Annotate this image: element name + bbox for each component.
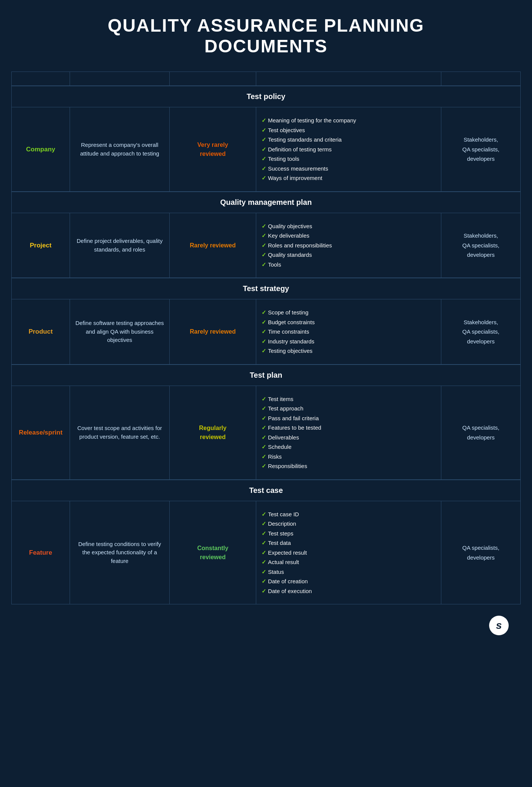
hierarchy-cell: Company bbox=[12, 107, 70, 191]
key-element-item: Tools bbox=[261, 260, 332, 270]
goals-text: Represent a company's overall attitude a… bbox=[75, 141, 164, 158]
hierarchy-cell: Release/sprint bbox=[12, 386, 70, 479]
header-goals bbox=[70, 72, 170, 85]
key-element-item: Test items bbox=[261, 394, 321, 404]
key-element-item: Date of creation bbox=[261, 577, 312, 586]
key-element-item: Testing tools bbox=[261, 154, 356, 164]
table-body: Test policyCompanyRepresent a company's … bbox=[12, 86, 520, 604]
key-elements-list: Quality objectivesKey deliverablesRoles … bbox=[261, 221, 332, 270]
hierarchy-cell: Feature bbox=[12, 501, 70, 604]
table-header bbox=[12, 72, 520, 86]
key-elements-list: Test case IDDescriptionTest stepsTest da… bbox=[261, 509, 312, 596]
review-cell: Rarely reviewed bbox=[170, 213, 256, 278]
header-review bbox=[170, 72, 256, 85]
goals-text: Define testing conditions to verify the … bbox=[75, 540, 164, 566]
section-title-4: Test case bbox=[249, 486, 283, 495]
goals-text: Define project deliverables, quality sta… bbox=[75, 237, 164, 254]
review-cell: Regularlyreviewed bbox=[170, 386, 256, 479]
key-elements-cell: Scope of testingBudget constraintsTime c… bbox=[256, 299, 441, 364]
key-element-item: Pass and fail criteria bbox=[261, 413, 321, 423]
section-title-2: Test strategy bbox=[243, 284, 289, 293]
table-row: FeatureDefine testing conditions to veri… bbox=[12, 501, 520, 604]
goals-text: Cover test scope and activities for prod… bbox=[75, 424, 164, 441]
section-row-0: Test policy bbox=[12, 86, 520, 107]
users-cell: Stakeholders,QA specialists,developers bbox=[441, 107, 520, 191]
section-row-3: Test plan bbox=[12, 365, 520, 386]
review-text: Regularlyreviewed bbox=[199, 424, 226, 442]
key-element-item: Quality objectives bbox=[261, 221, 332, 231]
key-element-item: Status bbox=[261, 567, 312, 577]
users-cell: QA specialists,developers bbox=[441, 386, 520, 479]
header-key-elements bbox=[256, 72, 441, 85]
review-text: Very rarelyreviewed bbox=[198, 140, 228, 159]
users-cell: QA specialists,developers bbox=[441, 501, 520, 604]
key-element-item: Quality standards bbox=[261, 250, 332, 260]
goals-cell: Represent a company's overall attitude a… bbox=[70, 107, 170, 191]
section-row-1: Quality management plan bbox=[12, 192, 520, 213]
users-text: Stakeholders,QA specialists,developers bbox=[462, 135, 499, 164]
section-title-1: Quality management plan bbox=[220, 198, 312, 207]
table-row: CompanyRepresent a company's overall att… bbox=[12, 107, 520, 192]
key-element-item: Test steps bbox=[261, 529, 312, 538]
hierarchy-cell: Product bbox=[12, 299, 70, 364]
goals-cell: Cover test scope and activities for prod… bbox=[70, 386, 170, 479]
key-element-item: Test objectives bbox=[261, 125, 356, 135]
table-row: ProductDefine software testing approache… bbox=[12, 299, 520, 365]
review-cell: Constantlyreviewed bbox=[170, 501, 256, 604]
review-text: Rarely reviewed bbox=[190, 327, 236, 336]
review-text: Rarely reviewed bbox=[190, 241, 236, 250]
key-elements-cell: Test itemsTest approachPass and fail cri… bbox=[256, 386, 441, 479]
header-hierarchy bbox=[12, 72, 70, 85]
section-row-2: Test strategy bbox=[12, 278, 520, 299]
goals-cell: Define software testing approaches and a… bbox=[70, 299, 170, 364]
key-element-item: Test case ID bbox=[261, 509, 312, 519]
key-elements-list: Meaning of testing for the companyTest o… bbox=[261, 116, 356, 183]
main-table: Test policyCompanyRepresent a company's … bbox=[11, 72, 521, 604]
hierarchy-cell: Project bbox=[12, 213, 70, 278]
header-users bbox=[441, 72, 520, 85]
key-element-item: Responsibilities bbox=[261, 461, 321, 471]
key-element-item: Definition of testing terms bbox=[261, 145, 356, 154]
section-title-0: Test policy bbox=[247, 92, 286, 101]
key-element-item: Risks bbox=[261, 452, 321, 462]
key-element-item: Deliverables bbox=[261, 433, 321, 442]
review-cell: Rarely reviewed bbox=[170, 299, 256, 364]
key-element-item: Testing objectives bbox=[261, 346, 315, 356]
key-element-item: Meaning of testing for the company bbox=[261, 116, 356, 125]
key-element-item: Scope of testing bbox=[261, 308, 315, 317]
key-elements-cell: Test case IDDescriptionTest stepsTest da… bbox=[256, 501, 441, 604]
users-text: QA specialists,developers bbox=[462, 543, 499, 562]
section-title-3: Test plan bbox=[250, 371, 282, 380]
key-element-item: Expected result bbox=[261, 548, 312, 558]
table-row: ProjectDefine project deliverables, qual… bbox=[12, 213, 520, 278]
users-cell: Stakeholders,QA specialists,developers bbox=[441, 299, 520, 364]
key-element-item: Actual result bbox=[261, 557, 312, 567]
key-element-item: Description bbox=[261, 519, 312, 529]
key-element-item: Success measurements bbox=[261, 164, 356, 174]
key-elements-list: Test itemsTest approachPass and fail cri… bbox=[261, 394, 321, 471]
key-element-item: Ways of improvement bbox=[261, 173, 356, 183]
key-element-item: Key deliverables bbox=[261, 231, 332, 241]
users-text: Stakeholders,QA specialists,developers bbox=[462, 231, 499, 260]
logo-icon: s bbox=[489, 616, 509, 635]
page-title: QUALITY ASSURANCE PLANNINGDOCUMENTS bbox=[108, 15, 424, 56]
key-elements-cell: Meaning of testing for the companyTest o… bbox=[256, 107, 441, 191]
key-elements-list: Scope of testingBudget constraintsTime c… bbox=[261, 308, 315, 356]
key-element-item: Test data bbox=[261, 538, 312, 548]
goals-text: Define software testing approaches and a… bbox=[75, 319, 164, 345]
key-element-item: Date of execution bbox=[261, 586, 312, 596]
key-element-item: Time constraints bbox=[261, 327, 315, 337]
footer: s bbox=[489, 616, 513, 635]
users-text: QA specialists,developers bbox=[462, 423, 499, 442]
key-element-item: Budget constraints bbox=[261, 317, 315, 327]
table-row: Release/sprintCover test scope and activ… bbox=[12, 386, 520, 480]
section-row-4: Test case bbox=[12, 480, 520, 501]
key-element-item: Roles and responsibilities bbox=[261, 241, 332, 250]
review-cell: Very rarelyreviewed bbox=[170, 107, 256, 191]
key-element-item: Industry standards bbox=[261, 337, 315, 346]
key-element-item: Test approach bbox=[261, 404, 321, 413]
key-element-item: Testing standards and criteria bbox=[261, 135, 356, 145]
key-elements-cell: Quality objectivesKey deliverablesRoles … bbox=[256, 213, 441, 278]
users-text: Stakeholders,QA specialists,developers bbox=[462, 317, 499, 346]
review-text: Constantlyreviewed bbox=[197, 544, 228, 562]
